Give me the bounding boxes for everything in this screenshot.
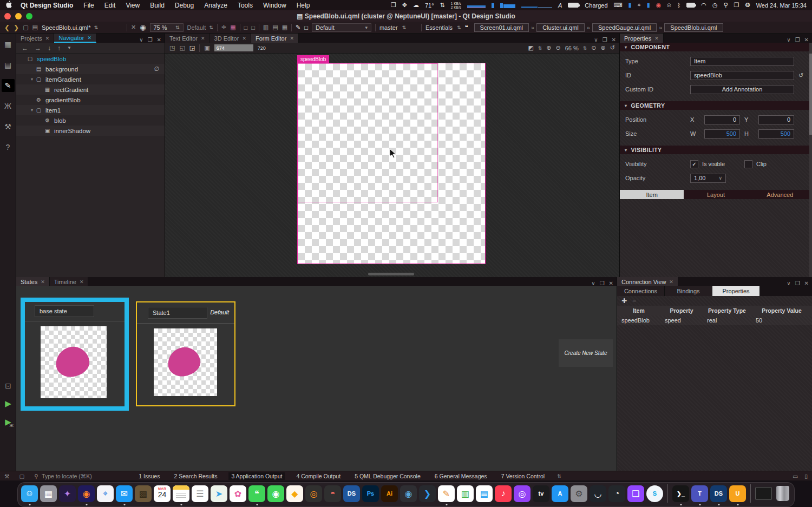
battery-status[interactable]: Charged xyxy=(585,2,607,9)
tree-item-background[interactable]: ▤background∅ xyxy=(16,64,165,74)
state-thumbnail[interactable] xyxy=(154,328,217,396)
column-header-property-type[interactable]: Property Type xyxy=(703,307,751,314)
dock-ds-app-2-icon[interactable]: DS xyxy=(710,485,727,502)
chevron-down-icon[interactable]: ∨ xyxy=(787,37,790,43)
column-header-item[interactable]: Item xyxy=(617,307,660,314)
close-icon[interactable]: ✕ xyxy=(242,36,246,41)
dock-messages-icon[interactable]: ❝ xyxy=(248,485,265,502)
device-battery-2-icon[interactable]: ▮ xyxy=(647,2,650,9)
x-field[interactable]: 0 xyxy=(704,115,740,124)
tree-item-innerShadow[interactable]: ▣innerShadow xyxy=(16,126,165,136)
expander-icon[interactable]: ▾ xyxy=(29,77,35,82)
breadcrumb-item[interactable]: SpeedBlob.ui.qml xyxy=(664,23,723,32)
dock-finder-icon[interactable]: ☺ xyxy=(21,485,38,502)
dock-brew-app-icon[interactable]: U xyxy=(729,485,746,502)
move-up-icon[interactable]: ↑ xyxy=(57,44,61,52)
dock-music-icon[interactable]: ♪ xyxy=(495,485,512,502)
pane-issues[interactable]: 1 Issues xyxy=(136,472,162,480)
dock-ds-app-icon[interactable]: DS xyxy=(343,485,360,502)
is-visible-checkbox[interactable]: ✓ xyxy=(690,160,698,168)
grid-view-3-icon[interactable]: ▦ xyxy=(282,24,287,31)
zoom-selection-icon[interactable]: ⊙ xyxy=(591,44,596,51)
canvas-hscrollbar[interactable] xyxy=(368,273,414,275)
width-field[interactable]: 500 xyxy=(704,129,740,139)
pane-compile-output[interactable]: 4 Compile Output xyxy=(293,472,343,480)
notification-bell-icon[interactable]: ⍾ xyxy=(667,2,671,9)
canvas-color-icon[interactable]: ◩ xyxy=(528,44,533,51)
state-name-input[interactable]: base state xyxy=(35,305,94,317)
close-panel-icon[interactable]: ✕ xyxy=(157,37,161,43)
column-header-property[interactable]: Property xyxy=(660,307,703,314)
memory-usage-icon[interactable] xyxy=(500,3,515,8)
close-icon[interactable]: ✕ xyxy=(669,279,673,285)
section-geometry[interactable]: ▾GEOMETRY xyxy=(620,101,812,110)
mode-projects-icon[interactable]: ⚒ xyxy=(2,120,15,133)
id-field[interactable]: speedBlob xyxy=(690,71,794,80)
device-battery-icon[interactable]: ▮ xyxy=(628,2,631,9)
breadcrumb-item[interactable]: Cluster.ui.qml xyxy=(536,23,585,32)
tab-3d-editor[interactable]: 3D Editor✕ xyxy=(210,34,251,43)
package-icon[interactable]: ❒ xyxy=(391,2,396,9)
close-icon[interactable]: ✕ xyxy=(201,36,205,41)
layout-column-icon[interactable]: □ xyxy=(251,24,255,31)
artboard-label[interactable]: speedBlob xyxy=(297,55,329,63)
dock-launchpad-icon[interactable]: ▦ xyxy=(40,485,57,502)
dock-apple-tv-icon[interactable]: tv xyxy=(533,485,549,502)
y-field[interactable]: 0 xyxy=(758,115,794,124)
type-field[interactable]: Item xyxy=(690,57,794,66)
state-card-base[interactable]: base state xyxy=(21,298,129,411)
chevron-down-icon[interactable]: ∨ xyxy=(139,37,143,43)
siri-icon[interactable]: ❂ xyxy=(745,2,750,9)
cpu-usage-icon[interactable] xyxy=(521,3,552,8)
progress-icon[interactable]: ▭ xyxy=(793,473,798,479)
dock-vscode-icon[interactable]: ❯ xyxy=(419,485,436,502)
dock-sketch-icon[interactable]: ◆ xyxy=(286,485,303,502)
visibility-off-icon[interactable]: ∅ xyxy=(154,65,159,73)
chevron-down-icon[interactable]: ∨ xyxy=(594,37,598,43)
tab-projects[interactable]: Projects✕ xyxy=(16,34,54,43)
expander-icon[interactable]: ▾ xyxy=(29,108,35,113)
run-project-button[interactable]: ▶ xyxy=(5,399,11,409)
bluetooth-icon[interactable]: ᛒ xyxy=(677,2,681,9)
section-visibility[interactable]: ▾VISIBILITY xyxy=(620,146,812,154)
dock-twitch-icon[interactable]: ❏ xyxy=(627,485,644,502)
canvas-zoom-stepper[interactable]: ⇅ xyxy=(583,45,587,51)
move-back-icon[interactable]: ← xyxy=(22,44,28,52)
tab-form-editor[interactable]: Form Editor✕ xyxy=(251,34,299,43)
close-panel-icon[interactable]: ✕ xyxy=(804,280,809,286)
column-header-property-value[interactable]: Property Value xyxy=(751,307,812,314)
tab-advanced[interactable]: Advanced xyxy=(748,190,812,199)
kit-selector[interactable]: Default▾ xyxy=(312,23,371,32)
camera-record-icon[interactable]: ◉ xyxy=(656,2,662,9)
breadcrumb-item[interactable]: SpeedGauge.ui.qml xyxy=(592,23,657,32)
subtab-connections[interactable]: Connections xyxy=(617,286,665,296)
back-button[interactable]: ❮ xyxy=(4,24,10,31)
dock-podcasts-icon[interactable]: ◎ xyxy=(514,485,531,502)
dock-skype-icon[interactable]: S xyxy=(646,485,663,502)
dock-maps-icon[interactable]: ➤ xyxy=(211,485,227,502)
float-panel-icon[interactable]: ❐ xyxy=(600,280,605,286)
temperature-status[interactable]: 71° xyxy=(425,2,434,9)
image-tool-icon[interactable]: ▦ xyxy=(230,24,235,31)
subtab-bindings[interactable]: Bindings xyxy=(665,286,712,296)
sidebar-toggle-icon[interactable]: ▢ xyxy=(19,473,24,479)
dock-illustrator-icon[interactable]: Ai xyxy=(381,485,398,502)
dock-notes-icon[interactable] xyxy=(173,485,189,502)
chevron-down-icon[interactable]: ∨ xyxy=(591,280,595,286)
pane-general-messages[interactable]: 6 General Messages xyxy=(432,472,490,480)
dropbox-icon[interactable]: ✥ xyxy=(402,2,407,9)
menubar-clock[interactable]: Wed 24. Mar 15:34 xyxy=(756,2,807,9)
artboard[interactable] xyxy=(297,63,486,264)
network-speed-status[interactable]: 1 KB/s2 KB/s xyxy=(451,2,461,9)
tab-text-editor[interactable]: Text Editor✕ xyxy=(165,34,210,43)
branch-selector[interactable]: master⇅ xyxy=(379,24,417,31)
close-icon[interactable]: ✕ xyxy=(45,36,50,41)
float-panel-icon[interactable]: ❐ xyxy=(795,280,800,286)
move-down-icon[interactable]: ↓ xyxy=(48,44,51,52)
lock-icon[interactable]: ▢ xyxy=(23,24,28,31)
breadcrumb-item[interactable]: Screen01.ui.qml xyxy=(474,23,529,32)
clip-checkbox[interactable] xyxy=(744,160,752,168)
move-forward-icon[interactable]: → xyxy=(35,44,41,52)
workspace-selector[interactable]: Essentials⇅ xyxy=(425,24,461,31)
dock-safari-icon[interactable]: ⌖ xyxy=(97,485,114,502)
